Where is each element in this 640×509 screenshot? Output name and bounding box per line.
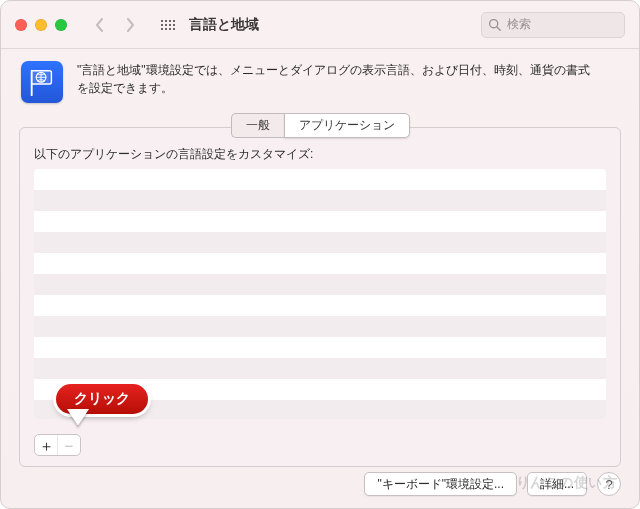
plus-icon: ＋ (39, 438, 54, 453)
tab-general[interactable]: 一般 (231, 113, 284, 138)
help-icon: ? (605, 477, 612, 492)
svg-line-1 (497, 27, 500, 30)
footer-buttons: "キーボード"環境設定... 詳細... ? (364, 472, 621, 496)
search-placeholder: 検索 (507, 16, 531, 33)
help-button[interactable]: ? (597, 472, 621, 496)
add-app-button[interactable]: ＋ (35, 435, 57, 455)
add-remove-control: ＋ − (34, 434, 81, 456)
table-row (34, 379, 606, 400)
traffic-lights (15, 19, 67, 31)
zoom-window-button[interactable] (55, 19, 67, 31)
search-icon (488, 18, 501, 31)
tab-applications[interactable]: アプリケーション (284, 113, 410, 138)
table-row (34, 274, 606, 295)
nav-forward-button[interactable] (121, 16, 139, 34)
table-row (34, 400, 606, 419)
minus-icon: − (65, 438, 74, 453)
table-row (34, 232, 606, 253)
tab-bar: 一般 アプリケーション (1, 113, 639, 138)
search-field[interactable]: 検索 (481, 12, 625, 38)
remove-app-button[interactable]: − (57, 435, 80, 455)
app-language-table[interactable] (34, 169, 606, 419)
table-row (34, 358, 606, 379)
titlebar: 言語と地域 検索 (1, 1, 639, 49)
minimize-window-button[interactable] (35, 19, 47, 31)
button-label: "キーボード"環境設定... (377, 476, 504, 493)
close-window-button[interactable] (15, 19, 27, 31)
advanced-button[interactable]: 詳細... (527, 472, 587, 496)
chevron-left-icon (95, 18, 105, 32)
nav-back-button[interactable] (91, 16, 109, 34)
globe-flag-icon (27, 67, 57, 97)
table-row (34, 211, 606, 232)
table-row (34, 190, 606, 211)
description-row: "言語と地域"環境設定では、メニューとダイアログの表示言語、および日付、時刻、通… (1, 49, 639, 107)
table-row (34, 253, 606, 274)
chevron-right-icon (125, 18, 135, 32)
table-row (34, 337, 606, 358)
button-label: 詳細... (540, 476, 574, 493)
language-region-icon (21, 61, 63, 103)
table-row (34, 169, 606, 190)
prefs-window: 言語と地域 検索 "言語と地域"環境設定では、メニューとダイアログの表示言語、お… (0, 0, 640, 509)
table-row (34, 316, 606, 337)
table-row (34, 295, 606, 316)
nav-controls (91, 16, 175, 34)
open-keyboard-prefs-button[interactable]: "キーボード"環境設定... (364, 472, 517, 496)
panel-label: 以下のアプリケーションの言語設定をカスタマイズ: (34, 146, 606, 163)
window-title: 言語と地域 (189, 16, 259, 34)
applications-panel: 以下のアプリケーションの言語設定をカスタマイズ: ＋ − (19, 127, 621, 467)
description-text: "言語と地域"環境設定では、メニューとダイアログの表示言語、および日付、時刻、通… (77, 61, 597, 97)
show-all-prefs-button[interactable] (161, 20, 175, 30)
